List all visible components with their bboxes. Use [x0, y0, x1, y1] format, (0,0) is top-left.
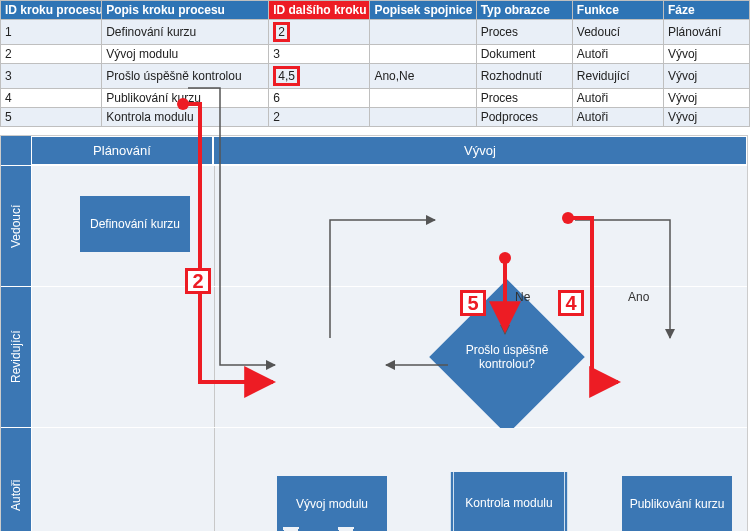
col-phase: Fáze	[663, 1, 749, 20]
shape-develop: Vývoj modulu	[277, 476, 387, 531]
shape-decision-label: Prošlo úspěšně kontrolou?	[452, 302, 562, 412]
lane-body-rev: Prošlo úspěšně kontrolou?	[31, 287, 747, 427]
table-row: 4Publikování kurzu6ProcesAutořiVývoj	[1, 89, 750, 108]
table-cell	[370, 89, 476, 108]
table-cell	[370, 20, 476, 45]
table-cell: 4,5	[269, 64, 370, 89]
table-cell: Kontrola modulu	[102, 108, 269, 127]
edge-label-no: Ne	[515, 290, 530, 304]
callout-5: 5	[460, 290, 486, 316]
col-next: ID dalšího kroku	[269, 1, 370, 20]
phase-planning: Plánování	[31, 136, 213, 165]
lane-rev: Revidující Prošlo úspěšně kontrolou?	[1, 286, 747, 427]
callout-4: 4	[558, 290, 584, 316]
table-cell: 6	[269, 89, 370, 108]
table-cell: Podproces	[476, 108, 572, 127]
table-cell: Plánování	[663, 20, 749, 45]
table-cell: 3	[269, 45, 370, 64]
lane-label-rev: Revidující	[1, 287, 31, 427]
table-row: 5Kontrola modulu2PodprocesAutořiVývoj	[1, 108, 750, 127]
table-cell	[370, 108, 476, 127]
table-cell: 4	[1, 89, 102, 108]
table-cell: 3	[1, 64, 102, 89]
lane-body-auth: Vývoj modulu Kontrola modulu Publikování…	[31, 428, 747, 531]
col-desc: Popis kroku procesu	[102, 1, 269, 20]
lane-label-auth: Autoři	[1, 428, 31, 531]
table-cell: Autoři	[572, 89, 663, 108]
table-cell: Proces	[476, 89, 572, 108]
table-row: 3Prošlo úspěšně kontrolou4,5Ano,NeRozhod…	[1, 64, 750, 89]
table-cell: Publikování kurzu	[102, 89, 269, 108]
table-cell: Proces	[476, 20, 572, 45]
table-row: 2Vývoj modulu3DokumentAutořiVývoj	[1, 45, 750, 64]
table-cell: 1	[1, 20, 102, 45]
col-id: ID kroku procesu	[1, 1, 102, 20]
table-cell: 5	[1, 108, 102, 127]
table-cell: 2	[1, 45, 102, 64]
table-cell: Vývoj	[663, 89, 749, 108]
swimlane-diagram: Plánování Vývoj Vedoucí Definování kurzu…	[0, 135, 748, 531]
corner-spacer	[1, 136, 31, 165]
shape-check: Kontrola modulu	[450, 472, 568, 531]
table-cell: Ano,Ne	[370, 64, 476, 89]
table-cell: Rozhodnutí	[476, 64, 572, 89]
table-cell: Prošlo úspěšně kontrolou	[102, 64, 269, 89]
table-cell: Vývoj	[663, 64, 749, 89]
process-table: ID kroku procesu Popis kroku procesu ID …	[0, 0, 750, 127]
col-shape: Typ obrazce	[476, 1, 572, 20]
table-cell: Vývoj	[663, 45, 749, 64]
col-conn: Popisek spojnice	[370, 1, 476, 20]
table-cell	[370, 45, 476, 64]
edge-label-yes: Ano	[628, 290, 649, 304]
shape-define: Definování kurzu	[80, 196, 190, 252]
callout-2: 2	[185, 268, 211, 294]
lane-auth: Autoři Vývoj modulu Kontrola modulu Publ…	[1, 427, 747, 531]
table-cell: Autoři	[572, 108, 663, 127]
table-header-row: ID kroku procesu Popis kroku procesu ID …	[1, 1, 750, 20]
table-cell: Vedoucí	[572, 20, 663, 45]
table-cell: Dokument	[476, 45, 572, 64]
table-cell: Vývoj	[663, 108, 749, 127]
highlight-next-id: 4,5	[273, 66, 300, 86]
lane-body-lead: Definování kurzu	[31, 166, 747, 286]
highlight-next-id: 2	[273, 22, 290, 42]
lane-lead: Vedoucí Definování kurzu	[1, 165, 747, 286]
lane-label-lead: Vedoucí	[1, 166, 31, 286]
phase-header: Plánování Vývoj	[1, 136, 747, 165]
phase-dev: Vývoj	[213, 136, 747, 165]
table-cell: 2	[269, 20, 370, 45]
table-cell: 2	[269, 108, 370, 127]
shape-publish: Publikování kurzu	[622, 476, 732, 531]
table-cell: Definování kurzu	[102, 20, 269, 45]
col-func: Funkce	[572, 1, 663, 20]
table-row: 1Definování kurzu2ProcesVedoucíPlánování	[1, 20, 750, 45]
table-cell: Autoři	[572, 45, 663, 64]
table-cell: Revidující	[572, 64, 663, 89]
table-cell: Vývoj modulu	[102, 45, 269, 64]
